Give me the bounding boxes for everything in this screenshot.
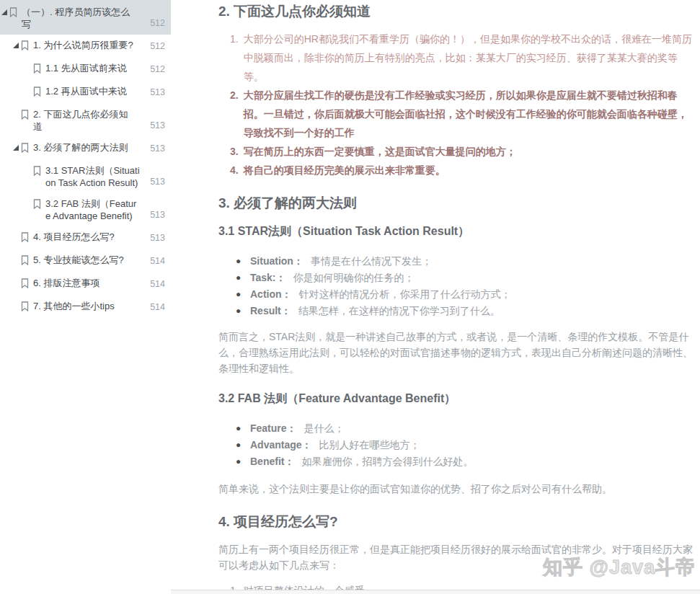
bookmark-icon: [33, 62, 41, 76]
list-item: 4. 将自己的项目经历完美的展示出来非常重要。: [218, 161, 693, 179]
bookmark-page-number: 514: [150, 301, 165, 314]
bookmark-item-1[interactable]: 1. 为什么说简历很重要? 512: [0, 35, 171, 58]
term-desc: 你是如何明确你的任务的；: [293, 270, 415, 286]
term-label: Result：: [250, 303, 291, 319]
list-item: ● Task:： 你是如何明确你的任务的；: [218, 270, 693, 286]
bookmark-page-number: 513: [150, 176, 165, 188]
list-number: 1.: [230, 30, 239, 86]
list-text: 大部分公司的HR都说我们不看重学历（骗你的！），但是如果你的学校不出众的话，很难…: [244, 30, 693, 86]
list-text: 写在简历上的东西一定要慎重，这是面试官大量提问的地方；: [244, 142, 516, 161]
bookmark-label: 3. 必须了解的两大法则: [33, 141, 134, 154]
triangle-spacer: [13, 108, 21, 120]
bookmark-page-number: 514: [150, 278, 165, 291]
triangle-spacer: [13, 254, 21, 266]
term-label: Benefit：: [250, 453, 294, 470]
bookmark-label: 1.1 先从面试前来说: [45, 62, 141, 74]
list-item: ● Action： 针对这样的情况分析，你采用了什么行动方式；: [218, 286, 693, 303]
bookmark-icon: [21, 39, 29, 53]
term-desc: 结果怎样，在这样的情况下你学习到了什么。: [298, 303, 500, 319]
bookmark-item-3[interactable]: 3. 必须了解的两大法则 513: [0, 137, 171, 160]
subsection-heading-star: 3.1 STAR法则（Situation Task Action Result）: [218, 224, 693, 239]
fab-paragraph: 简单来说，这个法则主要是让你的面试官知道你的优势、招了你之后对公司有什么帮助。: [218, 481, 693, 497]
list-number: 2.: [230, 86, 239, 142]
triangle-spacer: [13, 231, 21, 243]
bookmark-label: 2. 下面这几点你必须知道: [33, 108, 134, 133]
bookmark-page-number: 514: [150, 255, 165, 267]
must-know-list: 1. 大部分公司的HR都说我们不看重学历（骗你的！），但是如果你的学校不出众的话…: [218, 30, 693, 179]
term-label: Task:：: [250, 270, 286, 286]
bookmark-label: 3.2 FAB 法则（Feature Advantage Benefit): [45, 198, 141, 222]
bookmark-item-7[interactable]: 7. 其他的一些小tips 514: [0, 296, 171, 319]
term-label: Advantage：: [250, 437, 312, 453]
star-bullet-list: ● Situation： 事情是在什么情况下发生； ● Task:： 你是如何明…: [218, 253, 693, 319]
fab-bullet-list: ● Feature： 是什么； ● Advantage： 比别人好在哪些地方； …: [218, 420, 693, 470]
bookmark-icon: [33, 85, 41, 99]
term-desc: 针对这样的情况分析，你采用了什么行动方式；: [299, 286, 511, 303]
collapse-triangle-icon[interactable]: [1, 6, 9, 18]
bookmark-icon: [33, 164, 41, 179]
term-label: Feature：: [250, 420, 297, 437]
bookmark-item-2[interactable]: 2. 下面这几点你必须知道 513: [0, 104, 171, 137]
bookmark-page-number: 513: [150, 120, 165, 132]
list-number: 4.: [230, 161, 239, 179]
term-label: Action：: [250, 286, 292, 303]
bookmark-label: 6. 排版注意事项: [33, 277, 134, 289]
section-heading-two-rules: 3. 必须了解的两大法则: [218, 194, 693, 213]
bookmark-page-number: 513: [150, 87, 165, 99]
bookmark-item-5[interactable]: 5. 专业技能该怎么写? 514: [0, 249, 171, 272]
bookmark-page-number: 512: [150, 40, 165, 53]
bullet-icon: ●: [236, 286, 242, 303]
list-item: 3. 写在简历上的东西一定要慎重，这是面试官大量提问的地方；: [218, 142, 693, 161]
term-label: Situation：: [250, 253, 304, 270]
bookmark-label: 1.2 再从面试中来说: [45, 85, 141, 97]
bookmark-label: 3.1 STAR法则（Situation Task Action Result): [45, 164, 141, 189]
bookmark-page-number: 512: [150, 17, 165, 30]
bookmark-label: 5. 专业技能该怎么写?: [33, 254, 134, 266]
section-heading-must-know: 2. 下面这几点你必须知道: [218, 2, 693, 21]
list-text: 将自己的项目经历完美的展示出来非常重要。: [244, 161, 446, 179]
term-desc: 比别人好在哪些地方；: [319, 437, 420, 453]
collapse-triangle-icon[interactable]: [13, 141, 21, 154]
bookmark-item-1-1[interactable]: 1.1 先从面试前来说 512: [0, 58, 171, 81]
bookmark-icon: [21, 141, 29, 156]
bookmark-item-3-1[interactable]: 3.1 STAR法则（Situation Task Action Result)…: [0, 160, 171, 193]
triangle-spacer: [13, 277, 21, 289]
section-heading-project: 4. 项目经历怎么写?: [218, 513, 693, 531]
list-item: ● Feature： 是什么；: [218, 420, 693, 437]
bookmark-item-part1[interactable]: （一）. 程序员简历该怎么写 512: [0, 0, 171, 35]
bookmark-item-1-2[interactable]: 1.2 再从面试中来说 513: [0, 81, 171, 104]
term-desc: 如果雇佣你，招聘方会得到什么好处。: [301, 453, 473, 470]
term-desc: 事情是在什么情况下发生；: [311, 253, 432, 270]
list-item: ● Situation： 事情是在什么情况下发生；: [218, 253, 693, 270]
triangle-spacer: [13, 300, 21, 312]
bookmark-item-3-2[interactable]: 3.2 FAB 法则（Feature Advantage Benefit) 51…: [0, 193, 171, 226]
bookmark-icon: [9, 6, 17, 20]
page-bottom-edge: [171, 590, 700, 594]
bookmark-icon: [21, 108, 29, 123]
bullet-icon: ●: [236, 270, 242, 286]
list-item: ● Advantage： 比别人好在哪些地方；: [218, 437, 693, 453]
bookmark-page-number: 513: [150, 143, 165, 155]
bullet-icon: ●: [236, 420, 242, 437]
bookmark-page-number: 512: [150, 63, 165, 76]
subsection-heading-fab: 3.2 FAB 法则（Feature Advantage Benefit）: [218, 391, 693, 407]
bookmark-icon: [21, 277, 29, 291]
bookmark-item-4[interactable]: 4. 项目经历怎么写? 513: [0, 226, 171, 249]
list-number: 3.: [230, 142, 239, 161]
bookmark-item-6[interactable]: 6. 排版注意事项 514: [0, 272, 171, 296]
term-desc: 是什么；: [304, 420, 345, 437]
bookmark-icon: [21, 231, 29, 245]
bookmark-icon: [21, 300, 29, 314]
bookmark-icon: [21, 254, 29, 268]
bookmark-icon: [33, 198, 41, 212]
list-item: ● Benefit： 如果雇佣你，招聘方会得到什么好处。: [218, 453, 693, 470]
bullet-icon: ●: [236, 453, 242, 470]
zhihu-watermark: 知乎 @Java斗帝: [543, 554, 696, 580]
bookmark-label: （一）. 程序员简历该怎么写: [22, 6, 137, 30]
list-item: ● Result： 结果怎样，在这样的情况下你学习到了什么。: [218, 303, 693, 319]
list-text: 大部分应届生找工作的硬伤是没有工作经验或实习经历，所以如果你是应届生就不要错过秋…: [244, 86, 693, 142]
collapse-triangle-icon[interactable]: [13, 39, 21, 51]
bookmark-label: 4. 项目经历怎么写?: [33, 231, 134, 243]
bookmark-label: 1. 为什么说简历很重要?: [33, 39, 134, 51]
bookmark-label: 7. 其他的一些小tips: [33, 300, 134, 312]
